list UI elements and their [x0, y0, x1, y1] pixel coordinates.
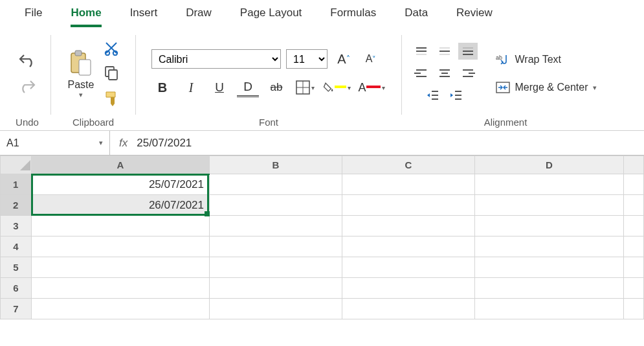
col-head-D[interactable]: D	[475, 156, 624, 174]
fx-icon[interactable]: fx	[119, 137, 128, 150]
wrap-text-icon: ab	[496, 53, 510, 66]
worksheet-grid[interactable]: A B C D 1 25/07/2021 2 26/07/2021 3 4 5 …	[0, 156, 644, 319]
paste-menu[interactable]: ▾	[79, 91, 83, 99]
col-head-extra[interactable]	[624, 156, 644, 174]
group-clipboard: Paste ▾ Clipboard	[51, 31, 135, 130]
svg-point-4	[113, 51, 117, 55]
underline-button[interactable]: U	[208, 78, 230, 97]
row-head-5[interactable]: 5	[1, 257, 32, 278]
cut-button[interactable]	[104, 40, 119, 56]
undo-button[interactable]	[18, 52, 36, 68]
align-left[interactable]	[412, 65, 431, 82]
align-middle[interactable]	[435, 43, 454, 60]
italic-button[interactable]: I	[180, 78, 202, 97]
align-center[interactable]	[435, 65, 454, 82]
cell-A7[interactable]	[32, 299, 210, 319]
bold-button[interactable]: B	[151, 78, 173, 97]
svg-rect-2	[79, 60, 91, 75]
row-head-4[interactable]: 4	[1, 236, 32, 257]
merge-center-button[interactable]: Merge & Center ▾	[493, 80, 600, 95]
cell-A1[interactable]: 25/07/2021	[32, 174, 210, 195]
cell-E1[interactable]	[624, 174, 644, 195]
svg-rect-1	[75, 51, 82, 56]
decrease-indent[interactable]	[423, 87, 443, 104]
increase-indent[interactable]	[447, 87, 466, 104]
cell-C2[interactable]	[342, 195, 475, 216]
cell-A5[interactable]	[32, 257, 210, 278]
group-undo: Undo	[4, 31, 50, 130]
col-head-B[interactable]: B	[210, 156, 342, 174]
font-name-select[interactable]: Calibri	[151, 49, 281, 69]
tab-review[interactable]: Review	[456, 6, 493, 27]
cell-E2[interactable]	[624, 195, 644, 216]
ribbon: Undo Paste ▾	[0, 27, 644, 131]
cell-A2[interactable]: 26/07/2021	[32, 195, 210, 216]
wrap-text-button[interactable]: ab Wrap Text	[493, 52, 564, 67]
group-label-undo: Undo	[16, 117, 39, 128]
group-alignment: ab Wrap Text Merge & Center ▾ Alignment	[402, 31, 609, 130]
select-all-corner[interactable]	[1, 156, 32, 174]
cell-A6[interactable]	[32, 278, 210, 299]
group-label-alignment: Alignment	[484, 117, 527, 128]
svg-rect-6	[109, 70, 117, 80]
cell-B1[interactable]	[210, 174, 342, 195]
tab-file[interactable]: File	[25, 6, 42, 27]
cell-C1[interactable]	[342, 174, 475, 195]
fill-color-button[interactable]: ▾	[322, 78, 351, 97]
align-top[interactable]	[412, 43, 431, 60]
svg-point-3	[105, 51, 109, 55]
group-label-clipboard: Clipboard	[72, 117, 114, 128]
formula-bar: A1 ▾ fx 25/07/2021	[0, 131, 644, 156]
wrap-text-label: Wrap Text	[515, 54, 561, 65]
strikethrough-button[interactable]: ab	[265, 78, 287, 97]
decrease-font-size[interactable]: A˅	[360, 49, 382, 69]
col-head-C[interactable]: C	[342, 156, 475, 174]
font-color-button[interactable]: A ▾	[357, 78, 386, 97]
paste-label: Paste	[68, 79, 94, 91]
cell-A4[interactable]	[32, 236, 210, 257]
paste-button[interactable]	[67, 48, 94, 79]
row-head-3[interactable]: 3	[1, 216, 32, 236]
name-box-value: A1	[6, 137, 19, 149]
borders-button[interactable]: ▾	[294, 78, 316, 97]
tab-formulas[interactable]: Formulas	[330, 6, 376, 27]
redo-button[interactable]	[18, 78, 36, 94]
row-head-1[interactable]: 1	[1, 174, 32, 195]
group-font: Calibri 11 A˄ A˅ B I U D ab ▾	[136, 31, 401, 130]
chevron-down-icon: ▾	[99, 139, 103, 147]
merge-center-icon	[496, 82, 510, 93]
formula-input[interactable]: 25/07/2021	[137, 137, 192, 150]
cell-D2[interactable]	[475, 195, 624, 216]
tab-data[interactable]: Data	[405, 6, 428, 27]
copy-button[interactable]	[104, 65, 119, 80]
name-box[interactable]: A1 ▾	[0, 131, 110, 155]
row-head-2[interactable]: 2	[1, 195, 32, 216]
col-head-A[interactable]: A	[32, 156, 210, 174]
cell-B2[interactable]	[210, 195, 342, 216]
tab-home[interactable]: Home	[71, 6, 101, 27]
row-head-7[interactable]: 7	[1, 299, 32, 319]
tab-insert[interactable]: Insert	[130, 6, 158, 27]
tab-draw[interactable]: Draw	[186, 6, 212, 27]
format-painter-button[interactable]	[104, 89, 119, 106]
ribbon-tabs: File Home Insert Draw Page Layout Formul…	[0, 0, 644, 27]
group-label-font: Font	[259, 117, 278, 128]
cell-D1[interactable]	[475, 174, 624, 195]
row-head-6[interactable]: 6	[1, 278, 32, 299]
align-bottom[interactable]	[458, 43, 478, 60]
double-underline-button[interactable]: D	[237, 78, 259, 97]
cell-A3[interactable]	[32, 216, 210, 236]
tab-page-layout[interactable]: Page Layout	[240, 6, 302, 27]
merge-center-label: Merge & Center	[515, 82, 588, 93]
font-size-select[interactable]: 11	[286, 49, 328, 69]
increase-font-size[interactable]: A˄	[333, 49, 355, 69]
align-right[interactable]	[458, 65, 478, 82]
